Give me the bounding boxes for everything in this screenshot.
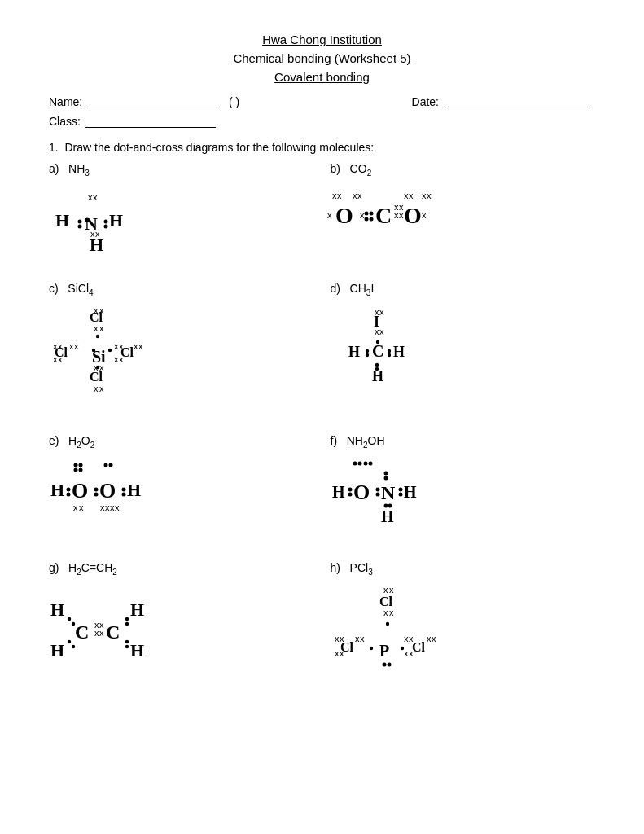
question-1: 1. Draw the dot-and-cross diagrams for t… bbox=[49, 141, 595, 689]
svg-text:H: H bbox=[404, 483, 417, 501]
svg-point-82 bbox=[67, 493, 71, 497]
svg-point-22 bbox=[369, 211, 373, 215]
svg-point-76 bbox=[387, 353, 390, 356]
svg-point-23 bbox=[369, 217, 373, 221]
svg-point-126 bbox=[72, 645, 75, 648]
svg-text:x: x bbox=[74, 341, 79, 351]
svg-text:x: x bbox=[138, 341, 143, 351]
page-header: Hwa Chong Institution Chemical bonding (… bbox=[49, 33, 595, 84]
svg-point-21 bbox=[364, 217, 368, 221]
svg-point-108 bbox=[363, 462, 367, 466]
svg-point-136 bbox=[125, 640, 129, 643]
svg-point-60 bbox=[96, 334, 99, 337]
svg-text:x: x bbox=[337, 191, 342, 200]
svg-text:N: N bbox=[381, 482, 396, 503]
svg-point-78 bbox=[375, 362, 378, 366]
date-input[interactable] bbox=[444, 95, 590, 108]
svg-point-12 bbox=[85, 217, 90, 222]
svg-text:x: x bbox=[327, 210, 332, 220]
molecule-co2: b) CO2 x x x O x x x bbox=[331, 162, 596, 257]
svg-point-79 bbox=[375, 367, 378, 370]
molecules-grid: a) NH3 H N x x bbox=[49, 162, 595, 689]
diagram-ch3i: xx I xx C H H H bbox=[331, 304, 436, 393]
svg-point-109 bbox=[368, 462, 372, 466]
diagram-h2o2: H O xx O bbox=[49, 455, 195, 520]
name-parens: ( ) bbox=[222, 95, 239, 108]
svg-point-20 bbox=[364, 211, 368, 215]
svg-text:x: x bbox=[58, 354, 63, 364]
svg-text:H: H bbox=[393, 344, 405, 360]
svg-point-104 bbox=[348, 493, 352, 497]
date-label: Date: bbox=[412, 95, 439, 108]
molecule-sicl4: c) SiCl4 xx Cl xx xx Cl xx xx Si xx bbox=[49, 282, 314, 410]
svg-text:x: x bbox=[432, 634, 436, 643]
svg-text:x: x bbox=[357, 191, 362, 200]
svg-point-137 bbox=[125, 645, 129, 648]
svg-text:x: x bbox=[93, 192, 98, 202]
svg-point-120 bbox=[388, 504, 392, 508]
svg-text:x: x bbox=[340, 648, 344, 658]
svg-point-155 bbox=[387, 663, 391, 667]
svg-text:H: H bbox=[50, 640, 64, 661]
svg-point-2 bbox=[78, 224, 82, 228]
svg-text:H: H bbox=[381, 507, 394, 525]
svg-point-110 bbox=[375, 488, 379, 492]
svg-point-103 bbox=[348, 488, 352, 492]
question-text: 1. Draw the dot-and-cross diagrams for t… bbox=[49, 141, 595, 154]
svg-point-152 bbox=[369, 647, 372, 650]
svg-point-81 bbox=[67, 488, 71, 492]
svg-text:H: H bbox=[50, 599, 64, 620]
molecule-label-c: c) SiCl4 bbox=[49, 282, 94, 297]
svg-point-119 bbox=[383, 504, 388, 508]
name-input[interactable] bbox=[87, 95, 217, 108]
topic-title: Covalent bonding bbox=[49, 70, 595, 84]
svg-text:x: x bbox=[379, 307, 384, 317]
svg-point-63 bbox=[96, 365, 99, 368]
svg-text:H: H bbox=[90, 235, 103, 255]
svg-text:x: x bbox=[383, 585, 388, 595]
svg-text:O: O bbox=[72, 479, 88, 503]
molecule-label-f: f) NH2OH bbox=[331, 434, 385, 450]
svg-text:H: H bbox=[50, 480, 64, 500]
diagram-nh3: H N x x H x x bbox=[49, 184, 155, 257]
svg-text:x: x bbox=[99, 323, 104, 333]
svg-point-85 bbox=[79, 463, 83, 467]
svg-point-122 bbox=[68, 617, 71, 621]
class-input[interactable] bbox=[85, 115, 216, 128]
svg-text:Cl: Cl bbox=[90, 370, 103, 384]
svg-text:H: H bbox=[130, 599, 144, 620]
diagram-pcl3: xx Cl xx xx Cl xx xx P bbox=[331, 583, 461, 689]
svg-text:x: x bbox=[115, 503, 120, 512]
svg-text:H: H bbox=[109, 210, 123, 230]
svg-text:C: C bbox=[372, 342, 383, 360]
name-label: Name: bbox=[49, 95, 82, 108]
svg-text:O: O bbox=[353, 481, 370, 504]
molecule-ch3i: d) CH3I xx I xx C H H bbox=[331, 282, 596, 410]
svg-text:C: C bbox=[106, 621, 120, 643]
svg-text:x: x bbox=[409, 648, 414, 658]
svg-text:x: x bbox=[73, 503, 78, 512]
svg-text:H: H bbox=[55, 210, 69, 230]
svg-text:x: x bbox=[409, 191, 414, 200]
svg-point-100 bbox=[122, 493, 126, 497]
svg-point-87 bbox=[79, 468, 83, 472]
svg-point-62 bbox=[108, 348, 112, 351]
svg-point-163 bbox=[400, 647, 403, 650]
svg-point-91 bbox=[94, 493, 99, 497]
molecule-nh3: a) NH3 H N x x bbox=[49, 162, 314, 257]
svg-text:H: H bbox=[348, 344, 360, 360]
svg-text:x: x bbox=[360, 210, 365, 220]
svg-point-84 bbox=[74, 463, 78, 467]
svg-text:O: O bbox=[99, 479, 116, 503]
svg-text:C: C bbox=[375, 203, 392, 228]
svg-text:C: C bbox=[75, 621, 89, 643]
svg-point-90 bbox=[94, 488, 99, 492]
svg-text:O: O bbox=[335, 203, 353, 228]
molecule-label-d: d) CH3I bbox=[331, 282, 375, 297]
svg-text:x: x bbox=[389, 608, 394, 617]
svg-point-134 bbox=[125, 622, 129, 626]
svg-point-94 bbox=[109, 463, 113, 467]
diagram-co2: x x x O x x x C x bbox=[331, 184, 510, 249]
svg-point-106 bbox=[353, 462, 357, 466]
svg-text:x: x bbox=[94, 384, 99, 393]
